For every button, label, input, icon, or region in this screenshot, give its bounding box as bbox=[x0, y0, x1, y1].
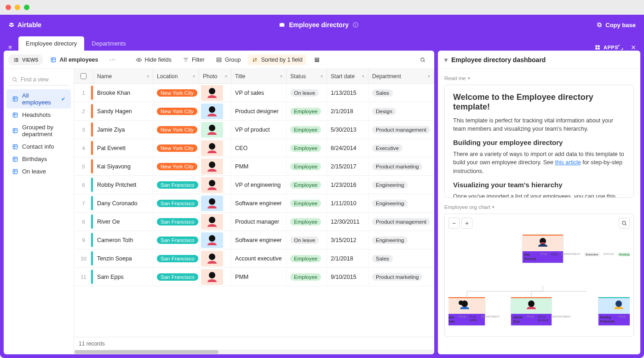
close-window-icon[interactable] bbox=[6, 5, 11, 10]
cell-title[interactable]: VP of engineering bbox=[231, 176, 287, 194]
table-row[interactable]: 7Dany CoronadoSan FranciscoSoftware engi… bbox=[74, 194, 434, 213]
cell-status[interactable]: On leave bbox=[287, 84, 327, 102]
cell-location[interactable]: New York City bbox=[153, 84, 199, 102]
table-tab[interactable]: Departments bbox=[84, 36, 133, 51]
cell-photo[interactable] bbox=[199, 231, 231, 249]
row-index[interactable]: 11 bbox=[74, 268, 93, 286]
cell-photo[interactable] bbox=[199, 121, 231, 139]
cell-status[interactable]: Employee bbox=[287, 139, 327, 157]
cell-status[interactable]: Employee bbox=[287, 102, 327, 120]
readme-app-label[interactable]: Read me ▾ bbox=[444, 75, 634, 81]
cell-status[interactable]: Employee bbox=[287, 213, 327, 231]
row-index[interactable]: 5 bbox=[74, 157, 93, 175]
cell-title[interactable]: Product manager bbox=[231, 213, 287, 231]
table-row[interactable]: 10Tenzin SoepaSan FranciscoAccount execu… bbox=[74, 249, 434, 268]
table-row[interactable]: 5Kai SiyavongNew York CityPMMEmployee2/1… bbox=[74, 157, 434, 176]
column-header-start-date[interactable]: Start date▾ bbox=[327, 69, 368, 83]
sidebar-view-item[interactable]: All employees✔ bbox=[6, 89, 71, 109]
column-header-department[interactable]: Department▾ bbox=[368, 69, 434, 83]
cell-photo[interactable] bbox=[199, 213, 231, 231]
copy-base-button[interactable]: Copy base bbox=[605, 22, 636, 29]
expand-icon[interactable] bbox=[617, 44, 624, 51]
sort-button[interactable]: Sorted by 1 field bbox=[248, 55, 306, 65]
cell-title[interactable]: Software engineer bbox=[231, 194, 287, 212]
cell-start-date[interactable]: 1/13/2015 bbox=[327, 84, 368, 102]
cell-status[interactable]: On leave bbox=[287, 231, 327, 249]
cell-photo[interactable] bbox=[199, 139, 231, 157]
cell-name[interactable]: River Oe bbox=[93, 213, 153, 231]
zoom-in-button[interactable]: + bbox=[461, 218, 472, 229]
row-index[interactable]: 9 bbox=[74, 231, 93, 249]
scrollbar-thumb[interactable] bbox=[75, 350, 218, 354]
cell-location[interactable]: New York City bbox=[153, 157, 199, 175]
column-header-photo[interactable]: Photo▾ bbox=[199, 69, 231, 83]
views-sidebar-toggle[interactable]: VIEWS bbox=[8, 54, 43, 65]
cell-status[interactable]: Employee bbox=[287, 121, 327, 139]
cell-location[interactable]: New York City bbox=[153, 102, 199, 120]
row-index[interactable]: 4 bbox=[74, 139, 93, 157]
table-row[interactable]: 8River OeSan FranciscoProduct managerEmp… bbox=[74, 213, 434, 231]
doc-link[interactable]: this article bbox=[555, 159, 581, 166]
close-apps-icon[interactable] bbox=[630, 44, 637, 51]
org-search-button[interactable] bbox=[619, 218, 630, 229]
cell-department[interactable]: Product marketing bbox=[368, 157, 434, 175]
table-row[interactable]: 1Brooke KhanNew York CityVP of salesOn l… bbox=[74, 84, 434, 102]
row-index[interactable]: 2 bbox=[74, 102, 93, 120]
find-view-input[interactable]: Find a view bbox=[8, 74, 69, 86]
cell-start-date[interactable]: 9/10/2015 bbox=[327, 268, 368, 286]
cell-status[interactable]: Employee bbox=[287, 157, 327, 175]
cell-start-date[interactable]: 1/11/2010 bbox=[327, 194, 368, 212]
sidebar-view-item[interactable]: Headshots bbox=[6, 109, 71, 121]
cell-name[interactable]: Pat Everett bbox=[93, 139, 153, 157]
cell-department[interactable]: Executive bbox=[368, 139, 434, 157]
cell-start-date[interactable]: 1/23/2016 bbox=[327, 176, 368, 194]
cell-department[interactable]: Engineering bbox=[368, 194, 434, 212]
horizontal-scrollbar[interactable] bbox=[74, 350, 434, 354]
cell-department[interactable]: Sales bbox=[368, 84, 434, 102]
column-header-title[interactable]: Title▾ bbox=[231, 69, 287, 83]
org-card-root[interactable]: Pat Everett TITLE CEO DEPARTMENT Executi… bbox=[522, 234, 564, 263]
dashboard-header[interactable]: ▾ Employee directory dashboard bbox=[438, 51, 640, 69]
cell-title[interactable]: Account executive bbox=[231, 249, 287, 267]
org-card-child[interactable]: Robby Pritchett TITLE VP of engineering … bbox=[598, 297, 630, 326]
cell-start-date[interactable]: 2/1/2018 bbox=[327, 102, 368, 120]
table-row[interactable]: 6Robby PritchettSan FranciscoVP of engin… bbox=[74, 176, 434, 194]
current-view-selector[interactable]: All employees bbox=[46, 55, 102, 65]
cell-title[interactable]: Product designer bbox=[231, 102, 287, 120]
cell-title[interactable]: Software engineer bbox=[231, 231, 287, 249]
org-card-child[interactable]: ooke Khan TITLE P of sales DEPARTMENT bbox=[448, 297, 485, 326]
cell-start-date[interactable]: 3/15/2012 bbox=[327, 231, 368, 249]
cell-department[interactable]: Sales bbox=[368, 249, 434, 267]
cell-title[interactable]: PMM bbox=[231, 268, 287, 286]
row-index[interactable]: 8 bbox=[74, 213, 93, 231]
search-records-button[interactable] bbox=[416, 55, 430, 65]
row-index[interactable]: 10 bbox=[74, 249, 93, 267]
cell-department[interactable]: Product management bbox=[368, 121, 434, 139]
cell-name[interactable]: Sandy Hagen bbox=[93, 102, 153, 120]
row-height-button[interactable] bbox=[310, 55, 324, 65]
row-index[interactable]: 7 bbox=[74, 194, 93, 212]
column-header-location[interactable]: Location▾ bbox=[153, 69, 199, 83]
cell-department[interactable]: Engineering bbox=[368, 176, 434, 194]
brand[interactable]: Airtable bbox=[8, 21, 41, 29]
base-title[interactable]: Employee directory bbox=[289, 21, 349, 29]
cell-location[interactable]: San Francisco bbox=[153, 268, 199, 286]
select-all-checkbox[interactable] bbox=[74, 69, 93, 83]
cell-photo[interactable] bbox=[199, 268, 231, 286]
sidebar-view-item[interactable]: On leave bbox=[6, 165, 71, 178]
group-button[interactable]: Group bbox=[212, 55, 245, 65]
cell-location[interactable]: San Francisco bbox=[153, 176, 199, 194]
cell-location[interactable]: San Francisco bbox=[153, 231, 199, 249]
cell-department[interactable]: Engineering bbox=[368, 231, 434, 249]
cell-photo[interactable] bbox=[199, 102, 231, 120]
cell-location[interactable]: New York City bbox=[153, 139, 199, 157]
cell-name[interactable]: Dany Coronado bbox=[93, 194, 153, 212]
cell-location[interactable]: San Francisco bbox=[153, 194, 199, 212]
cell-photo[interactable] bbox=[199, 194, 231, 212]
cell-start-date[interactable]: 5/30/2013 bbox=[327, 121, 368, 139]
table-row[interactable]: 4Pat EverettNew York CityCEOEmployee8/24… bbox=[74, 139, 434, 157]
cell-status[interactable]: Employee bbox=[287, 176, 327, 194]
cell-title[interactable]: VP of sales bbox=[231, 84, 287, 102]
sidebar-view-item[interactable]: Contact info bbox=[6, 140, 71, 153]
sidebar-view-item[interactable]: Birthdays bbox=[6, 153, 71, 165]
